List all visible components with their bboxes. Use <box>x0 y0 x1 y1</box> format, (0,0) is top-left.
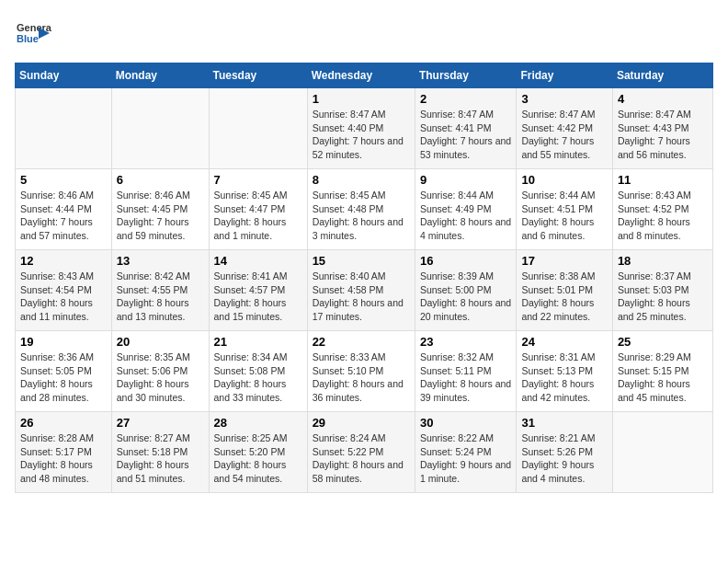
day-info: Sunrise: 8:39 AM Sunset: 5:00 PM Dayligh… <box>420 270 512 324</box>
day-number: 3 <box>521 92 607 106</box>
day-number: 14 <box>214 254 302 268</box>
page-header: General Blue <box>15 15 713 55</box>
day-number: 22 <box>313 335 410 349</box>
day-info: Sunrise: 8:44 AM Sunset: 4:49 PM Dayligh… <box>420 189 512 243</box>
calendar-cell: 1Sunrise: 8:47 AM Sunset: 4:40 PM Daylig… <box>307 88 415 169</box>
day-number: 10 <box>521 173 607 187</box>
day-info: Sunrise: 8:47 AM Sunset: 4:41 PM Dayligh… <box>420 108 512 162</box>
day-number: 29 <box>313 416 410 430</box>
day-info: Sunrise: 8:40 AM Sunset: 4:58 PM Dayligh… <box>313 270 410 324</box>
header-tuesday: Tuesday <box>209 63 307 88</box>
calendar-cell: 22Sunrise: 8:33 AM Sunset: 5:10 PM Dayli… <box>307 331 415 412</box>
day-number: 19 <box>20 335 107 349</box>
day-number: 23 <box>420 335 512 349</box>
day-number: 15 <box>313 254 410 268</box>
day-number: 8 <box>313 173 410 187</box>
day-number: 11 <box>618 173 708 187</box>
day-info: Sunrise: 8:33 AM Sunset: 5:10 PM Dayligh… <box>313 350 410 405</box>
calendar-week-row: 12Sunrise: 8:43 AM Sunset: 4:54 PM Dayli… <box>16 250 713 331</box>
header-saturday: Saturday <box>612 63 712 88</box>
day-info: Sunrise: 8:47 AM Sunset: 4:43 PM Dayligh… <box>618 108 708 162</box>
calendar-cell: 8Sunrise: 8:45 AM Sunset: 4:48 PM Daylig… <box>307 169 415 250</box>
day-info: Sunrise: 8:22 AM Sunset: 5:24 PM Dayligh… <box>420 431 512 486</box>
calendar-cell: 2Sunrise: 8:47 AM Sunset: 4:41 PM Daylig… <box>415 88 517 169</box>
calendar-cell: 19Sunrise: 8:36 AM Sunset: 5:05 PM Dayli… <box>16 331 112 412</box>
calendar-cell: 15Sunrise: 8:40 AM Sunset: 4:58 PM Dayli… <box>307 250 415 331</box>
calendar-cell: 12Sunrise: 8:43 AM Sunset: 4:54 PM Dayli… <box>16 250 112 331</box>
day-number: 5 <box>20 173 107 187</box>
svg-text:Blue: Blue <box>17 33 39 44</box>
day-number: 13 <box>117 254 204 268</box>
day-info: Sunrise: 8:25 AM Sunset: 5:20 PM Dayligh… <box>214 431 302 486</box>
calendar-cell: 17Sunrise: 8:38 AM Sunset: 5:01 PM Dayli… <box>517 250 612 331</box>
day-info: Sunrise: 8:42 AM Sunset: 4:55 PM Dayligh… <box>117 270 204 324</box>
day-number: 21 <box>214 335 302 349</box>
calendar-cell: 18Sunrise: 8:37 AM Sunset: 5:03 PM Dayli… <box>612 250 712 331</box>
calendar-cell: 6Sunrise: 8:46 AM Sunset: 4:45 PM Daylig… <box>111 169 209 250</box>
day-info: Sunrise: 8:43 AM Sunset: 4:52 PM Dayligh… <box>618 189 708 243</box>
calendar-cell: 28Sunrise: 8:25 AM Sunset: 5:20 PM Dayli… <box>209 412 307 493</box>
calendar-cell <box>111 88 209 169</box>
calendar-cell: 31Sunrise: 8:21 AM Sunset: 5:26 PM Dayli… <box>517 412 612 493</box>
day-info: Sunrise: 8:28 AM Sunset: 5:17 PM Dayligh… <box>20 431 107 486</box>
day-number: 17 <box>521 254 607 268</box>
day-info: Sunrise: 8:29 AM Sunset: 5:15 PM Dayligh… <box>618 350 708 405</box>
day-info: Sunrise: 8:21 AM Sunset: 5:26 PM Dayligh… <box>521 431 607 486</box>
calendar-cell <box>209 88 307 169</box>
day-number: 16 <box>420 254 512 268</box>
day-info: Sunrise: 8:37 AM Sunset: 5:03 PM Dayligh… <box>618 270 708 324</box>
day-number: 28 <box>214 416 302 430</box>
day-info: Sunrise: 8:44 AM Sunset: 4:51 PM Dayligh… <box>521 189 607 243</box>
calendar-cell: 10Sunrise: 8:44 AM Sunset: 4:51 PM Dayli… <box>517 169 612 250</box>
day-info: Sunrise: 8:43 AM Sunset: 4:54 PM Dayligh… <box>20 270 107 324</box>
day-info: Sunrise: 8:32 AM Sunset: 5:11 PM Dayligh… <box>420 350 512 405</box>
day-number: 31 <box>521 416 607 430</box>
day-info: Sunrise: 8:38 AM Sunset: 5:01 PM Dayligh… <box>521 270 607 324</box>
calendar-cell: 21Sunrise: 8:34 AM Sunset: 5:08 PM Dayli… <box>209 331 307 412</box>
header-sunday: Sunday <box>16 63 112 88</box>
calendar-cell <box>612 412 712 493</box>
calendar-week-row: 5Sunrise: 8:46 AM Sunset: 4:44 PM Daylig… <box>16 169 713 250</box>
calendar-week-row: 1Sunrise: 8:47 AM Sunset: 4:40 PM Daylig… <box>16 88 713 169</box>
header-friday: Friday <box>517 63 612 88</box>
header-wednesday: Wednesday <box>307 63 415 88</box>
day-number: 4 <box>618 92 708 106</box>
calendar-table: SundayMondayTuesdayWednesdayThursdayFrid… <box>15 63 713 493</box>
calendar-cell: 30Sunrise: 8:22 AM Sunset: 5:24 PM Dayli… <box>415 412 517 493</box>
day-number: 6 <box>117 173 204 187</box>
calendar-cell: 7Sunrise: 8:45 AM Sunset: 4:47 PM Daylig… <box>209 169 307 250</box>
calendar-week-row: 26Sunrise: 8:28 AM Sunset: 5:17 PM Dayli… <box>16 412 713 493</box>
day-info: Sunrise: 8:47 AM Sunset: 4:42 PM Dayligh… <box>521 108 607 162</box>
calendar-cell: 11Sunrise: 8:43 AM Sunset: 4:52 PM Dayli… <box>612 169 712 250</box>
calendar-cell: 3Sunrise: 8:47 AM Sunset: 4:42 PM Daylig… <box>517 88 612 169</box>
calendar-cell: 25Sunrise: 8:29 AM Sunset: 5:15 PM Dayli… <box>612 331 712 412</box>
calendar-cell: 14Sunrise: 8:41 AM Sunset: 4:57 PM Dayli… <box>209 250 307 331</box>
day-info: Sunrise: 8:47 AM Sunset: 4:40 PM Dayligh… <box>313 108 410 162</box>
day-number: 7 <box>214 173 302 187</box>
calendar-cell: 26Sunrise: 8:28 AM Sunset: 5:17 PM Dayli… <box>16 412 112 493</box>
day-number: 27 <box>117 416 204 430</box>
calendar-cell: 27Sunrise: 8:27 AM Sunset: 5:18 PM Dayli… <box>111 412 209 493</box>
calendar-header-row: SundayMondayTuesdayWednesdayThursdayFrid… <box>16 63 713 88</box>
day-info: Sunrise: 8:36 AM Sunset: 5:05 PM Dayligh… <box>20 350 107 405</box>
calendar-cell <box>16 88 112 169</box>
day-number: 20 <box>117 335 204 349</box>
calendar-cell: 13Sunrise: 8:42 AM Sunset: 4:55 PM Dayli… <box>111 250 209 331</box>
day-number: 2 <box>420 92 512 106</box>
header-monday: Monday <box>111 63 209 88</box>
day-number: 18 <box>618 254 708 268</box>
day-number: 9 <box>420 173 512 187</box>
calendar-cell: 16Sunrise: 8:39 AM Sunset: 5:00 PM Dayli… <box>415 250 517 331</box>
calendar-cell: 24Sunrise: 8:31 AM Sunset: 5:13 PM Dayli… <box>517 331 612 412</box>
day-info: Sunrise: 8:41 AM Sunset: 4:57 PM Dayligh… <box>214 270 302 324</box>
calendar-cell: 9Sunrise: 8:44 AM Sunset: 4:49 PM Daylig… <box>415 169 517 250</box>
calendar-cell: 5Sunrise: 8:46 AM Sunset: 4:44 PM Daylig… <box>16 169 112 250</box>
day-number: 30 <box>420 416 512 430</box>
day-number: 24 <box>521 335 607 349</box>
header-thursday: Thursday <box>415 63 517 88</box>
day-info: Sunrise: 8:45 AM Sunset: 4:47 PM Dayligh… <box>214 189 302 243</box>
calendar-cell: 23Sunrise: 8:32 AM Sunset: 5:11 PM Dayli… <box>415 331 517 412</box>
day-info: Sunrise: 8:46 AM Sunset: 4:45 PM Dayligh… <box>117 189 204 243</box>
calendar-cell: 4Sunrise: 8:47 AM Sunset: 4:43 PM Daylig… <box>612 88 712 169</box>
day-info: Sunrise: 8:31 AM Sunset: 5:13 PM Dayligh… <box>521 350 607 405</box>
